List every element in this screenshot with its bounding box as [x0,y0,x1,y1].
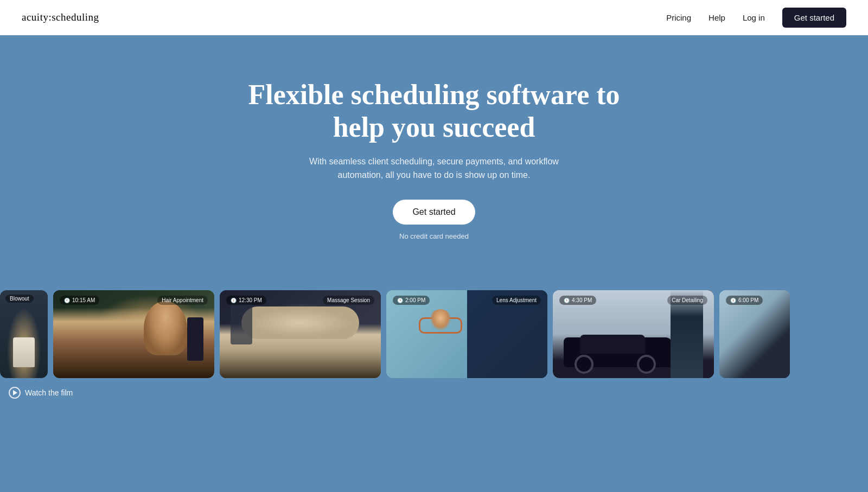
clock-icon-6: 🕕 [730,298,736,303]
hero-section: Flexible scheduling software to help you… [0,35,868,269]
card5-time: 4:30 PM [572,297,592,303]
card4-time: 2:00 PM [405,297,425,303]
thumbnail-strip: Blowout 🕙 10:15 AM Hair Appointment [0,290,868,378]
thumbnail-card-blowout[interactable]: Blowout [0,290,48,378]
clock-icon-3: 🕧 [231,298,237,303]
card6-time-badge: 🕕 6:00 PM [726,296,763,305]
card3-time: 12:30 PM [239,297,262,303]
thumbnail-card-hair[interactable]: 🕙 10:15 AM Hair Appointment [53,290,214,378]
nav-link-help[interactable]: Help [709,13,725,22]
card1-bg [0,290,48,378]
thumbnail-card-massage[interactable]: 🕧 12:30 PM Massage Session [220,290,381,378]
card4-appt-label: Lens Adjustment [492,296,541,305]
card3-appt-label: Massage Session [323,296,374,305]
card6-time: 6:00 PM [738,297,758,303]
card2-appt-label: Hair Appointment [157,296,208,305]
card1-label: Blowout [10,296,29,302]
bottom-area [0,420,868,492]
watch-film-section: Watch the film [0,378,868,420]
card4-time-badge: 🕑 2:00 PM [393,296,430,305]
nav-get-started-button[interactable]: Get started [782,8,846,28]
card3-time-badge: 🕧 12:30 PM [226,296,266,305]
clock-icon: 🕙 [64,298,70,303]
watch-film-button[interactable]: Watch the film [9,387,73,399]
thumbnail-card-car[interactable]: 🕓 4:30 PM Car Detailing [553,290,714,378]
clock-icon-4: 🕑 [397,298,403,303]
thumbnail-section: Blowout 🕙 10:15 AM Hair Appointment [0,269,868,378]
nav-link-pricing[interactable]: Pricing [666,13,691,22]
hero-subtitle: With seamless client scheduling, secure … [304,155,564,182]
logo-text: acuity:scheduling [22,11,99,23]
clock-icon-5: 🕓 [564,298,570,303]
logo: acuity:scheduling [22,11,99,23]
card5-appt-label: Car Detailing [667,296,707,305]
hero-title: Flexible scheduling software to help you… [244,79,624,144]
thumbnail-card-sixth[interactable]: 🕕 6:00 PM [719,290,790,378]
nav-right: Pricing Help Log in Get started [666,8,846,28]
hero-no-credit-text: No credit card needed [22,232,846,240]
navbar: acuity:scheduling Pricing Help Log in Ge… [0,0,868,35]
card5-time-badge: 🕓 4:30 PM [559,296,596,305]
watch-film-label: Watch the film [25,388,73,397]
thumbnail-card-lens[interactable]: 🕑 2:00 PM Lens Adjustment [386,290,547,378]
card1-bottles-decoration [13,337,35,367]
hero-get-started-button[interactable]: Get started [393,200,475,225]
card2-time: 10:15 AM [72,297,95,303]
card2-time-badge: 🕙 10:15 AM [60,296,99,305]
play-triangle [13,390,17,395]
play-icon [9,387,21,399]
nav-link-login[interactable]: Log in [743,13,765,22]
